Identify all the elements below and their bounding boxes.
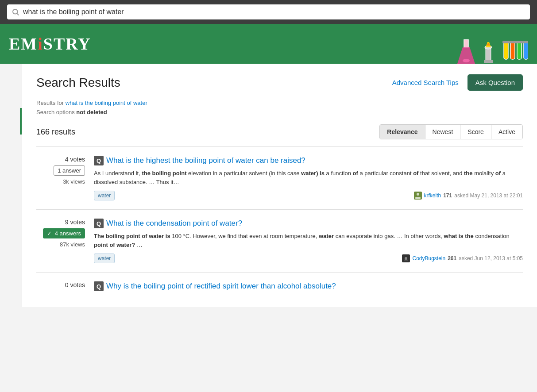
answer-badge: 1 answer: [54, 165, 85, 176]
svg-rect-2: [464, 39, 468, 47]
sort-relevance[interactable]: Relevance: [380, 125, 425, 139]
sidebar: [0, 64, 22, 307]
result-meta: krfkeith 171 asked May 21, 2013 at 22:01: [414, 192, 523, 200]
vote-count: 4 votes: [65, 156, 85, 163]
question-icon: Q: [94, 281, 104, 291]
checkmark-icon: ✓: [47, 230, 52, 237]
result-title-link[interactable]: Q Why is the boiling point of rectified …: [94, 281, 523, 291]
sidebar-accent: [20, 108, 22, 135]
result-item: 4 votes 1 answer 3k views Q What is the …: [36, 146, 523, 209]
question-icon: Q: [94, 156, 104, 165]
result-footer: water CodyBugstein 261 asked Jun 12, 201…: [94, 254, 523, 263]
bunsen-icon: [479, 39, 497, 64]
svg-rect-11: [510, 42, 515, 59]
answer-badge-accepted: ✓ 4 answers: [43, 228, 85, 238]
flask-icon: [457, 39, 475, 64]
results-count: 166 results: [36, 127, 75, 137]
ask-question-button[interactable]: Ask Question: [467, 74, 523, 91]
action-text: asked May 21, 2013 at 22:01: [454, 192, 523, 199]
tag[interactable]: water: [94, 254, 115, 263]
views-count: 3k views: [63, 178, 85, 185]
results-header: 166 results Relevance Newest Score Activ…: [36, 124, 523, 139]
action-text: asked Jun 12, 2013 at 5:05: [459, 255, 523, 261]
tag[interactable]: water: [94, 191, 115, 200]
svg-rect-17: [415, 197, 421, 199]
result-item: 9 votes ✓ 4 answers 87k views Q What is …: [36, 209, 523, 272]
test-tubes-icon: [502, 39, 528, 64]
search-options-label: Search options: [36, 109, 75, 115]
content-area: Search Results Advanced Search Tips Ask …: [22, 64, 537, 307]
site-header: EMiSTRY: [0, 24, 537, 64]
user-link[interactable]: CodyBugstein: [412, 255, 445, 261]
svg-rect-5: [486, 48, 491, 61]
result-meta: CodyBugstein 261 asked Jun 12, 2013 at 5…: [402, 254, 523, 262]
question-icon: Q: [94, 219, 104, 228]
sort-buttons: Relevance Newest Score Active: [379, 124, 523, 139]
search-query-text: what is the boiling point of water: [66, 100, 147, 106]
search-info: Results for what is the boiling point of…: [36, 100, 523, 106]
result-footer: water krfkeith 171 asked May 21, 2013 at…: [94, 191, 523, 200]
search-options: Search options not deleted: [36, 109, 523, 115]
svg-rect-14: [502, 41, 528, 43]
svg-point-19: [405, 257, 407, 260]
views-count: 87k views: [60, 241, 85, 248]
search-options-value: not deleted: [76, 109, 107, 115]
result-item: 0 votes Q Why is the boiling point of re…: [36, 272, 523, 296]
sort-active[interactable]: Active: [491, 125, 522, 139]
user-rep: 261: [448, 255, 456, 261]
result-excerpt: As I understand it, the boiling point el…: [94, 169, 523, 186]
svg-rect-12: [517, 42, 522, 59]
main-container: Search Results Advanced Search Tips Ask …: [0, 64, 537, 307]
user-rep: 171: [443, 192, 452, 199]
svg-point-4: [463, 59, 470, 62]
logo-dot: i: [38, 35, 43, 53]
svg-point-16: [417, 193, 419, 196]
svg-rect-6: [484, 60, 493, 63]
svg-rect-13: [524, 42, 528, 59]
result-title-link[interactable]: Q What is the condensation point of wate…: [94, 219, 523, 228]
page-title: Search Results: [36, 76, 120, 90]
result-body: Q What is the highest the boiling point …: [94, 156, 523, 200]
user-link[interactable]: krfkeith: [424, 192, 441, 199]
user-avatar: [414, 192, 422, 200]
result-stats: 0 votes: [36, 281, 85, 292]
vote-count: 0 votes: [65, 281, 85, 288]
result-title-link[interactable]: Q What is the highest the boiling point …: [94, 156, 523, 165]
advanced-search-link[interactable]: Advanced Search Tips: [392, 79, 459, 86]
user-avatar: [402, 254, 410, 262]
header-actions: Advanced Search Tips Ask Question: [392, 74, 523, 91]
svg-rect-10: [504, 42, 508, 59]
search-input[interactable]: [7, 4, 530, 19]
content-header: Search Results Advanced Search Tips Ask …: [36, 74, 523, 91]
site-logo: EMiSTRY: [9, 34, 91, 54]
sort-score[interactable]: Score: [460, 125, 491, 139]
sort-newest[interactable]: Newest: [425, 125, 460, 139]
result-stats: 9 votes ✓ 4 answers 87k views: [36, 219, 85, 263]
header-decorations: [457, 39, 528, 64]
search-bar: [0, 0, 537, 24]
result-stats: 4 votes 1 answer 3k views: [36, 156, 85, 200]
result-excerpt: The boiling point of water is 100 °C. Ho…: [94, 232, 523, 249]
search-input-wrap: [7, 4, 530, 19]
result-body: Q What is the condensation point of wate…: [94, 219, 523, 263]
result-body: Q Why is the boiling point of rectified …: [94, 281, 523, 292]
vote-count: 9 votes: [65, 219, 85, 226]
